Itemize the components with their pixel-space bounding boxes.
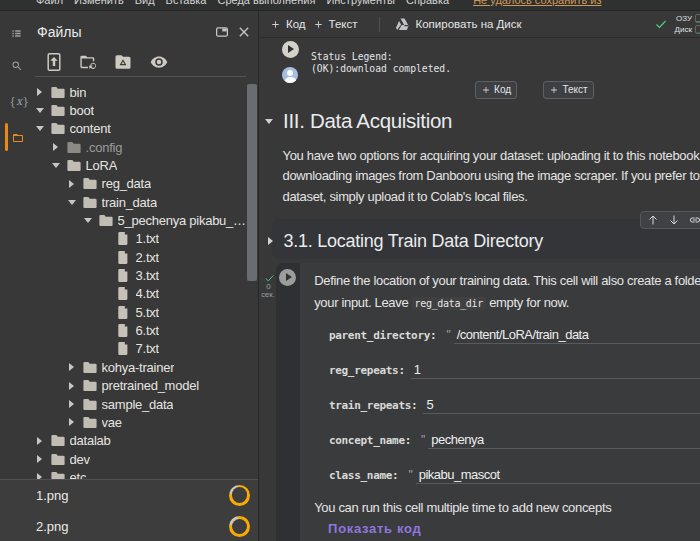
dock-panel-icon[interactable] (215, 25, 229, 39)
tree-row[interactable]: 5.txt (0, 303, 251, 321)
file-icon (118, 306, 129, 319)
tree-caret[interactable] (51, 143, 61, 151)
tree-caret[interactable] (67, 200, 77, 205)
tree-row[interactable]: datalab (0, 432, 251, 450)
sidebar-scrollbar-thumb[interactable] (247, 84, 257, 281)
field-label: train_repeats: (329, 399, 418, 412)
tree-row[interactable]: LoRA (0, 156, 251, 174)
file-icon (118, 342, 129, 355)
tree-row[interactable]: vae (0, 413, 251, 431)
disk-label: Диск (673, 25, 692, 34)
tree-row[interactable]: 3.txt (0, 266, 251, 284)
mount-drive-icon[interactable] (114, 53, 132, 71)
tree-row[interactable]: bin (0, 83, 251, 101)
tree-caret[interactable] (51, 163, 61, 168)
run-cell-button[interactable] (282, 41, 299, 58)
move-cell-up-icon[interactable] (647, 214, 659, 226)
tree-row[interactable]: 1.txt (0, 230, 251, 248)
collapse-section-caret[interactable] (265, 119, 273, 124)
menu-item[interactable]: Справка (406, 0, 449, 6)
tree-row[interactable]: etc (0, 468, 251, 478)
show-code-link[interactable]: Показать код (328, 521, 421, 536)
insert-text-cell-button[interactable]: Текст (543, 81, 594, 99)
code-cell: Define the location of your training dat… (276, 263, 700, 541)
tree-caret[interactable] (35, 88, 45, 96)
drive-icon (396, 18, 409, 30)
file-icon (118, 251, 129, 264)
notebook-toolbar: Код Текст Копировать на Диск ОЗУ (260, 11, 700, 38)
tree-row[interactable]: 2.txt (0, 248, 251, 266)
tree-row[interactable]: dev (0, 450, 251, 468)
tree-row[interactable]: train_data (0, 193, 251, 211)
tree-row[interactable]: content (0, 120, 251, 138)
move-cell-down-icon[interactable] (668, 214, 680, 226)
menu-item[interactable]: Вид (135, 0, 155, 6)
collapse-section-caret[interactable] (268, 237, 273, 245)
tree-row[interactable]: 6.txt (0, 321, 251, 339)
tree-caret[interactable] (83, 218, 93, 223)
tree-row[interactable]: .config (0, 138, 251, 156)
inline-code: reg_data_dir (412, 297, 486, 310)
tree-label: etc (70, 470, 87, 479)
menubar: ФайлИзменитьВидВставкаСреда выполненияИн… (0, 0, 700, 11)
tree-caret[interactable] (35, 437, 45, 445)
folder-icon (51, 87, 65, 98)
search-icon[interactable] (11, 60, 23, 72)
upload-file-name: 1.png (36, 488, 69, 503)
file-icon (118, 324, 129, 337)
tree-caret[interactable] (67, 382, 77, 390)
add-text-button[interactable]: Текст (313, 18, 358, 30)
tree-row[interactable]: boot (0, 101, 251, 119)
menu-item[interactable]: Среда выполнения (217, 0, 315, 6)
tree-caret[interactable] (35, 108, 45, 113)
field-input[interactable]: pechenya (428, 432, 700, 449)
autosave-alert-link[interactable]: Не удалось сохранить из (473, 0, 601, 6)
notebook-scroll-area: Status Legend:(OK):download completed. К… (260, 38, 700, 541)
refresh-folder-icon[interactable] (79, 53, 97, 71)
tree-row[interactable]: 7.txt (0, 340, 251, 358)
menu-item[interactable]: Вставка (166, 0, 207, 6)
menu-item[interactable]: Изменить (74, 0, 124, 6)
tree-row[interactable]: kohya-trainer (0, 358, 251, 376)
tree-row[interactable]: 5_pechenya pikabu_mascot (0, 211, 251, 229)
paragraph-line: downloading images from Danbooru using t… (283, 166, 700, 186)
copy-to-drive-label: Копировать на Диск (416, 18, 522, 30)
menu-items: ФайлИзменитьВидВставкаСреда выполненияИн… (36, 0, 601, 6)
tree-label: 6.txt (136, 323, 159, 338)
toggle-hidden-files-eye-icon[interactable] (150, 53, 168, 71)
tree-caret[interactable] (67, 418, 77, 426)
table-of-contents-icon[interactable] (10, 28, 23, 39)
file-icon (118, 269, 129, 282)
tree-caret[interactable] (67, 180, 77, 188)
tree-label: bin (70, 85, 87, 100)
tree-caret[interactable] (67, 400, 77, 408)
folder-icon (51, 454, 65, 465)
tree-label: LoRA (86, 158, 118, 173)
tree-row[interactable]: sample_data (0, 395, 251, 413)
insert-code-cell-button[interactable]: Код (475, 81, 518, 99)
menu-item[interactable]: Инструменты (326, 0, 395, 6)
field-input[interactable]: /content/LoRA/train_data (454, 327, 700, 344)
field-input[interactable]: 5 (423, 397, 700, 414)
folder-icon (51, 105, 65, 116)
folder-icon (83, 178, 97, 189)
tree-caret[interactable] (35, 455, 45, 463)
menu-item[interactable]: Файл (36, 0, 63, 6)
field-input[interactable]: 1 (411, 362, 700, 379)
upload-progress-spinner (229, 485, 250, 506)
link-to-cell-icon[interactable] (689, 214, 700, 226)
run-cell-button[interactable] (279, 269, 296, 286)
tree-row[interactable]: reg_data (0, 175, 251, 193)
tree-label: pretrained_model (102, 378, 199, 393)
resources-indicator[interactable]: ОЗУ Диск (655, 13, 700, 35)
add-code-button[interactable]: Код (270, 18, 306, 30)
copy-to-drive-button[interactable]: Копировать на Диск (396, 18, 522, 30)
tree-row[interactable]: 4.txt (0, 285, 251, 303)
close-panel-icon[interactable] (236, 24, 252, 40)
upload-file-icon[interactable] (45, 53, 63, 71)
tree-row[interactable]: pretrained_model (0, 377, 251, 395)
tree-caret[interactable] (35, 126, 45, 131)
field-input[interactable]: pikabu_mascot (416, 467, 700, 484)
tree-caret[interactable] (67, 363, 77, 371)
tree-label: sample_data (102, 397, 174, 412)
